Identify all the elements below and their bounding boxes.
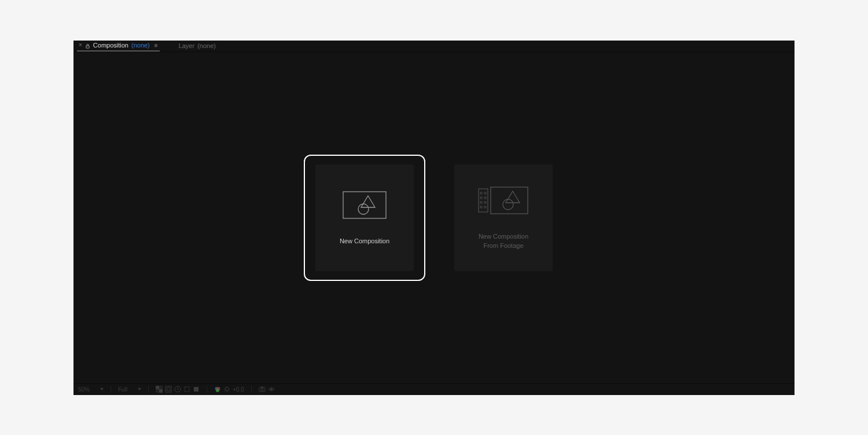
panel-menu-icon[interactable]: ≡ <box>155 42 158 49</box>
new-composition-from-footage-label: New Composition From Footage <box>479 232 528 250</box>
svg-rect-19 <box>156 389 159 393</box>
dropdown-caret-icon <box>138 388 141 390</box>
transparency-grid-icon[interactable] <box>156 386 163 393</box>
show-snapshot-icon[interactable] <box>268 386 275 393</box>
panel-tab-bar: × Composition (none) ≡ Layer (none) <box>73 41 795 52</box>
new-composition-label: New Composition <box>340 237 389 246</box>
new-composition-card-wrapper: New Composition <box>304 155 425 281</box>
tab-composition-suffix: (none) <box>131 42 150 49</box>
svg-marker-14 <box>506 191 520 203</box>
svg-point-3 <box>358 204 369 214</box>
divider <box>207 386 207 393</box>
divider <box>148 386 149 393</box>
divider <box>251 386 252 393</box>
divider <box>111 386 111 393</box>
zoom-dropdown[interactable]: 50% <box>78 386 104 393</box>
exposure-group: +0.0 <box>214 386 244 393</box>
svg-rect-4 <box>479 189 488 212</box>
color-management-icon[interactable] <box>214 386 221 393</box>
svg-rect-23 <box>185 387 189 392</box>
new-composition-from-footage-card-wrapper: New Composition From Footage <box>443 155 564 281</box>
close-tab-icon[interactable]: × <box>79 42 82 48</box>
svg-rect-11 <box>484 202 486 203</box>
svg-point-21 <box>167 388 170 391</box>
svg-rect-18 <box>159 386 163 389</box>
svg-point-27 <box>216 389 219 392</box>
new-composition-from-footage-button[interactable]: New Composition From Footage <box>454 165 553 271</box>
svg-point-15 <box>503 199 513 210</box>
tab-layer-label: Layer <box>179 42 195 49</box>
footer-icon-group <box>156 386 200 393</box>
zoom-value: 50% <box>78 386 90 393</box>
tab-composition[interactable]: × Composition (none) ≡ <box>77 41 160 52</box>
svg-rect-6 <box>480 197 482 199</box>
svg-rect-7 <box>480 202 482 203</box>
composition-from-footage-icon <box>478 185 529 216</box>
svg-rect-0 <box>86 46 89 48</box>
resolution-value: Full <box>118 386 127 393</box>
svg-point-28 <box>225 388 229 391</box>
viewer-footer-bar: 50% Full <box>73 383 795 395</box>
roi-icon[interactable] <box>183 386 190 393</box>
dropdown-caret-icon <box>100 388 104 390</box>
exposure-value[interactable]: +0.0 <box>233 386 244 393</box>
snapshot-icon[interactable] <box>259 386 266 393</box>
svg-rect-16 <box>156 386 159 389</box>
footer-icon-group-2 <box>259 386 275 393</box>
clock-icon[interactable] <box>174 386 181 393</box>
exposure-icon[interactable] <box>223 386 230 393</box>
svg-rect-10 <box>484 197 486 199</box>
svg-marker-2 <box>361 196 375 207</box>
svg-point-32 <box>270 388 273 390</box>
svg-rect-8 <box>480 206 482 208</box>
svg-rect-24 <box>194 387 198 392</box>
svg-rect-9 <box>484 192 486 194</box>
empty-composition-viewer: New Composition <box>73 52 795 383</box>
svg-rect-17 <box>159 389 163 393</box>
channel-icon[interactable] <box>193 386 200 393</box>
composition-panel: × Composition (none) ≡ Layer (none) <box>73 41 795 395</box>
tab-composition-label: Composition <box>93 42 128 49</box>
composition-icon <box>339 189 390 221</box>
tab-layer-suffix: (none) <box>197 42 216 49</box>
svg-rect-5 <box>480 192 482 194</box>
svg-rect-31 <box>261 387 263 388</box>
svg-point-30 <box>261 389 263 391</box>
mask-shape-icon[interactable] <box>165 386 172 393</box>
lock-icon <box>85 43 90 48</box>
tab-layer[interactable]: Layer (none) <box>177 41 218 52</box>
resolution-dropdown[interactable]: Full <box>118 386 141 393</box>
new-composition-button[interactable]: New Composition <box>315 165 414 271</box>
svg-rect-12 <box>484 206 486 208</box>
